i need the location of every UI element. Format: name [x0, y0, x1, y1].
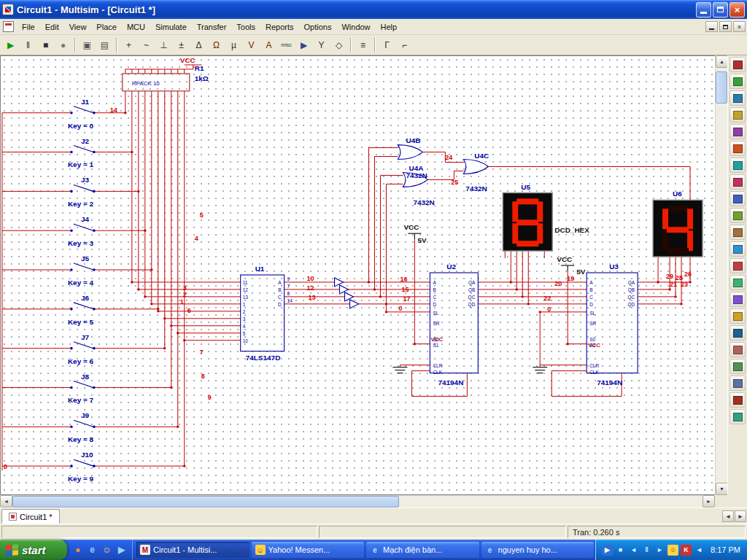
palette-button-20[interactable] — [729, 376, 746, 391]
switch-J9[interactable] — [70, 420, 96, 428]
taskbar-clock[interactable]: 8:17 PM — [708, 545, 740, 554]
quick-launch-ie-icon[interactable]: e — [86, 544, 98, 556]
palette-button-21[interactable] — [729, 392, 746, 408]
palette-button-12[interactable] — [729, 241, 746, 257]
menu-file[interactable]: File — [17, 20, 40, 34]
palette-button-9[interactable] — [729, 191, 746, 206]
switch-J2[interactable] — [70, 146, 96, 154]
seven-segment-display-U6[interactable] — [653, 200, 703, 257]
switch-J8[interactable] — [70, 381, 96, 389]
seven-segment-display-U5[interactable] — [503, 192, 552, 251]
place-diode-button[interactable]: ± — [173, 37, 190, 53]
paste-sheet-button[interactable]: ▤ — [96, 37, 113, 53]
tab-scroll-left-button[interactable]: ◄ — [722, 510, 734, 522]
settings-button[interactable]: ◇ — [330, 37, 347, 53]
antivirus-tray-icon[interactable]: K — [681, 545, 692, 556]
tab-scroll-right-button[interactable]: ► — [735, 510, 746, 522]
schematic[interactable]: J1Key = 0J2Key = 1J3Key = 2J4Key = 3J5Ke… — [1, 56, 715, 494]
horizontal-scrollbar[interactable]: ◄ ► — [0, 495, 747, 508]
messenger-tray-icon[interactable]: ☺ — [667, 545, 678, 556]
palette-button-8[interactable] — [729, 174, 746, 190]
place-ground-button[interactable]: ⊥ — [155, 37, 172, 53]
ammeter-button[interactable]: A — [260, 37, 277, 53]
close-button[interactable]: × — [729, 2, 745, 18]
mdi-restore-button[interactable] — [719, 21, 732, 32]
palette-button-15[interactable] — [729, 292, 746, 307]
menu-options[interactable]: Options — [299, 20, 337, 34]
place-analog-button[interactable]: µ — [225, 37, 242, 53]
menu-place[interactable]: Place — [91, 20, 122, 34]
switch-J7[interactable] — [70, 342, 96, 350]
media-next-icon[interactable]: ► — [654, 545, 665, 556]
menu-reports[interactable]: Reports — [260, 20, 299, 34]
step-button[interactable]: ● — [55, 37, 71, 53]
media-stop-icon[interactable]: ■ — [615, 545, 626, 556]
switch-J10[interactable] — [70, 459, 96, 467]
palette-button-14[interactable] — [729, 275, 746, 290]
grapher-button[interactable]: ≡ — [355, 37, 371, 53]
taskbar-task-internet-explorer[interactable]: enguyen huy ho... — [481, 542, 595, 558]
place-wire-button[interactable]: + — [120, 37, 137, 53]
menu-help[interactable]: Help — [376, 20, 403, 34]
horizontal-scroll-thumb[interactable] — [12, 496, 399, 508]
vertical-scroll-thumb[interactable] — [716, 71, 727, 104]
quick-launch-browser-icon[interactable]: ● — [71, 544, 84, 556]
palette-button-7[interactable] — [729, 158, 746, 173]
palette-button-4[interactable] — [729, 107, 746, 122]
menu-simulate[interactable]: Simulate — [150, 20, 192, 34]
menu-window[interactable]: Window — [336, 20, 375, 34]
place-misc-button[interactable]: misc — [278, 37, 295, 53]
taskbar-task-multisim[interactable]: MCircuit1 - Multisi... — [136, 542, 249, 558]
minimize-button[interactable] — [696, 2, 711, 18]
palette-button-16[interactable] — [729, 308, 746, 324]
palette-button-3[interactable] — [729, 90, 746, 106]
mdi-minimize-button[interactable] — [705, 21, 718, 32]
scroll-down-button[interactable]: ▼ — [716, 483, 728, 495]
palette-button-19[interactable] — [729, 359, 746, 374]
palette-button-13[interactable] — [729, 258, 746, 273]
menu-transfer[interactable]: Transfer — [192, 20, 232, 34]
palette-button-1[interactable] — [729, 57, 746, 72]
menu-tools[interactable]: Tools — [231, 20, 260, 34]
switch-J5[interactable] — [70, 263, 96, 271]
palette-button-11[interactable] — [729, 225, 746, 240]
place-y-button[interactable]: Y — [313, 37, 330, 53]
hierarchy-button[interactable]: Γ — [379, 37, 395, 53]
scroll-right-button[interactable]: ► — [703, 495, 715, 508]
quick-launch-messenger-icon[interactable]: ☺ — [101, 544, 113, 556]
switch-J3[interactable] — [70, 184, 96, 192]
menu-mcu[interactable]: MCU — [122, 20, 150, 34]
tab-circuit1[interactable]: Circuit1 * — [1, 509, 60, 524]
palette-button-6[interactable] — [729, 141, 746, 156]
stop-button[interactable]: ■ — [37, 37, 54, 53]
palette-button-5[interactable] — [729, 124, 746, 139]
run-button[interactable]: ▶ — [2, 37, 19, 53]
media-prev-icon[interactable]: ◄ — [628, 545, 639, 556]
menu-edit[interactable]: Edit — [40, 20, 64, 34]
volume-tray-icon[interactable]: ◄ — [694, 545, 705, 556]
media-player-tray-icon[interactable]: ▶ — [602, 545, 613, 556]
circuit-wires[interactable] — [2, 65, 690, 470]
start-button[interactable]: start — [0, 540, 67, 560]
vertical-scrollbar[interactable]: ▲ ▼ — [715, 55, 727, 495]
palette-button-17[interactable] — [729, 325, 746, 341]
scroll-left-button[interactable]: ◄ — [0, 495, 12, 508]
quick-launch-media-icon[interactable]: ▶ — [115, 544, 128, 556]
taskbar-task-internet-explorer[interactable]: eMạch điện bàn... — [366, 542, 479, 558]
scroll-up-button[interactable]: ▲ — [716, 55, 728, 68]
oscilloscope-button[interactable]: ▶ — [295, 37, 312, 53]
place-transistor-button[interactable]: Δ — [190, 37, 207, 53]
switch-J4[interactable] — [70, 224, 96, 232]
palette-button-22[interactable] — [729, 409, 746, 424]
schematic-canvas[interactable]: J1Key = 0J2Key = 1J3Key = 2J4Key = 3J5Ke… — [0, 55, 715, 495]
probe-button[interactable]: ⌐ — [396, 37, 413, 53]
mdi-close-button[interactable]: × — [733, 21, 746, 32]
palette-button-10[interactable] — [729, 208, 746, 223]
voltmeter-button[interactable]: V — [243, 37, 260, 53]
palette-button-18[interactable] — [729, 342, 746, 357]
ground-and-power-symbols[interactable] — [392, 233, 574, 373]
media-pause-icon[interactable]: ‖ — [641, 545, 652, 556]
switch-J1[interactable] — [70, 106, 96, 114]
pause-button[interactable]: ‖ — [20, 37, 36, 53]
taskbar-task-yahoo-messenger[interactable]: ☺Yahoo! Messen... — [252, 542, 365, 558]
